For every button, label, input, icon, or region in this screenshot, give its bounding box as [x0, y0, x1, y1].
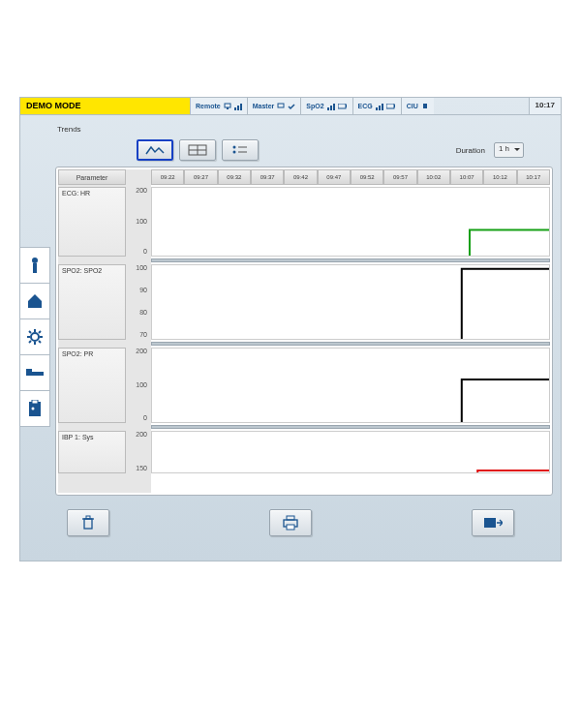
duration-select[interactable]: 1 h: [494, 142, 524, 158]
parameter-header: Parameter: [58, 169, 126, 185]
status-ciu[interactable]: CIU: [401, 98, 434, 114]
status-master[interactable]: Master: [247, 98, 301, 114]
top-bar: DEMO MODE Remote Master SpO2 ECG: [20, 98, 561, 115]
time-tick: 09:22: [151, 169, 184, 185]
sidebar-bed-button[interactable]: [19, 354, 50, 391]
time-tick: 10:07: [450, 169, 483, 185]
status-label: CIU: [407, 103, 418, 109]
y-tick: 100: [130, 381, 147, 388]
svg-rect-33: [26, 372, 44, 376]
trace-line: [152, 265, 549, 339]
y-tick: 200: [130, 348, 147, 354]
status-label: Master: [253, 103, 275, 109]
svg-rect-3: [338, 104, 346, 108]
print-button[interactable]: [269, 509, 312, 536]
svg-rect-34: [26, 369, 32, 372]
status-remote[interactable]: Remote: [190, 98, 247, 114]
svg-line-31: [29, 341, 31, 343]
svg-rect-0: [225, 104, 230, 107]
view-table-button[interactable]: [179, 139, 216, 161]
svg-rect-5: [386, 104, 394, 108]
svg-rect-17: [86, 516, 90, 519]
time-tick: 10:12: [483, 169, 516, 185]
svg-point-24: [31, 333, 39, 341]
export-button[interactable]: [472, 509, 514, 536]
parameter-cell[interactable]: ECG: HR: [58, 187, 126, 257]
y-tick: 0: [130, 248, 147, 255]
svg-rect-4: [346, 105, 347, 107]
monitor-icon: [224, 103, 231, 110]
parameter-cell[interactable]: SPO2: SPO2: [58, 264, 126, 340]
trash-icon: [81, 515, 95, 531]
sidebar-home-button[interactable]: [19, 283, 50, 319]
svg-line-30: [39, 341, 41, 343]
status-spo2[interactable]: SpO2: [300, 98, 352, 114]
clock: 10:17: [529, 98, 561, 114]
status-ecg[interactable]: ECG: [352, 98, 401, 114]
view-toolbar: Duration 1 h: [20, 139, 561, 167]
gear-icon: [26, 328, 44, 346]
chart-area: Parameter ECG: HRSPO2: SPO2SPO2: PRIBP 1…: [55, 167, 553, 496]
parameter-cell[interactable]: IBP 1: Sys: [58, 431, 126, 473]
strip-divider[interactable]: [151, 342, 550, 346]
view-list-button[interactable]: [222, 139, 259, 161]
battery-icon: [386, 104, 396, 109]
patient-icon: [28, 256, 42, 275]
check-icon: [288, 103, 295, 110]
y-tick: 200: [130, 431, 147, 438]
trace-line: [152, 432, 549, 472]
svg-point-13: [233, 151, 236, 154]
time-tick: 09:52: [351, 169, 383, 185]
monitor-icon: [277, 103, 285, 110]
status-label: Remote: [196, 103, 221, 109]
svg-rect-23: [33, 263, 37, 273]
view-graph-button[interactable]: [137, 139, 173, 161]
svg-rect-21: [484, 518, 496, 528]
sidebar-settings-button[interactable]: [19, 318, 50, 355]
y-tick: 80: [130, 309, 147, 316]
svg-rect-6: [394, 105, 395, 107]
left-sidebar: [19, 248, 50, 427]
trend-strip[interactable]: [151, 187, 550, 257]
sidebar-records-button[interactable]: [19, 390, 50, 427]
svg-line-32: [39, 331, 41, 333]
table-icon: [188, 144, 207, 156]
parameter-cell[interactable]: SPO2: PR: [58, 348, 126, 423]
time-tick: 09:27: [184, 169, 217, 185]
delete-button[interactable]: [67, 509, 109, 536]
strip-divider[interactable]: [151, 258, 550, 262]
time-tick: 10:17: [517, 169, 550, 185]
time-tick: 10:02: [417, 169, 450, 185]
trend-strip[interactable]: [151, 431, 550, 473]
sidebar-patient-button[interactable]: [19, 247, 50, 284]
duration-label: Duration: [456, 146, 485, 155]
page-title: Trends: [20, 115, 561, 139]
y-tick: 200: [130, 187, 147, 194]
app-window: DEMO MODE Remote Master SpO2 ECG: [19, 97, 562, 561]
svg-rect-15: [84, 519, 92, 529]
time-tick: 09:57: [383, 169, 416, 185]
strip-divider[interactable]: [151, 425, 550, 429]
time-tick: 09:47: [318, 169, 351, 185]
bed-icon: [25, 367, 45, 379]
trace-line: [152, 188, 549, 256]
svg-rect-2: [278, 104, 284, 107]
y-tick: 70: [130, 331, 147, 338]
svg-rect-7: [423, 104, 427, 108]
y-tick: 150: [130, 465, 147, 471]
svg-point-22: [32, 258, 38, 263]
signal-icon: [376, 103, 383, 110]
duration-value: 1 h: [499, 144, 509, 153]
battery-icon: [338, 104, 348, 109]
trend-strip[interactable]: [151, 348, 550, 423]
time-tick: 09:37: [251, 169, 284, 185]
signal-icon: [234, 103, 242, 110]
svg-line-29: [29, 331, 31, 333]
time-tick: 09:32: [218, 169, 251, 185]
demo-mode-banner: DEMO MODE: [20, 98, 190, 114]
export-icon: [483, 517, 503, 529]
yaxis-column: 20010001009080702001000200150: [128, 169, 149, 493]
printer-icon: [282, 515, 299, 531]
parameter-column: Parameter ECG: HRSPO2: SPO2SPO2: PRIBP 1…: [58, 169, 126, 493]
trend-strip[interactable]: [151, 264, 550, 340]
